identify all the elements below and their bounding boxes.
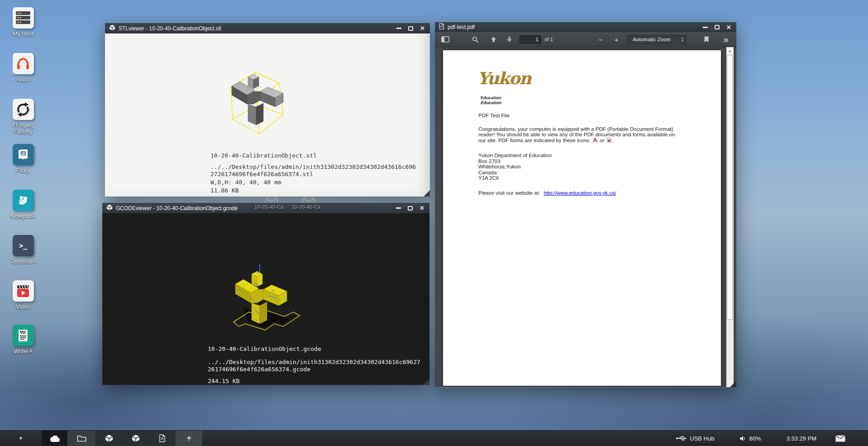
website-link[interactable]: http://www.education.gov.yk.ca/ (544, 190, 616, 196)
stl-viewport[interactable]: 10-20-40-CalibrationObject.stl ../../Des… (105, 34, 430, 197)
gcodeviewer-window: GCODEviewer - 10-20-40-CalibrationObject… (102, 203, 429, 385)
resize-grip[interactable] (730, 381, 736, 387)
more-tools-icon[interactable]: » (720, 34, 732, 45)
book-icon (13, 144, 34, 165)
pdf-form-icon (607, 138, 611, 144)
stlviewer-window: STLviewer - 10-20-40-CalibrationObject.s… (105, 23, 430, 197)
maximize-icon[interactable] (408, 206, 413, 211)
window-title: pdf-test.pdf (448, 24, 700, 30)
desktop-icon-filary[interactable]: Filary (4, 144, 43, 174)
logo-subtitle-en: Education (481, 95, 501, 100)
paragraph-line: our site. PDF forms are indicated by the… (478, 138, 698, 144)
logo-subtitle-fr: Éducation (481, 100, 501, 105)
stlviewer-titlebar[interactable]: STLviewer - 10-20-40-CalibrationObject.s… (105, 23, 430, 34)
maximize-icon[interactable] (715, 25, 720, 29)
taskbar-add-button[interactable]: + (176, 431, 202, 446)
desktop-icon-notepada[interactable]: NotepadA (4, 190, 43, 220)
resize-grip[interactable] (424, 190, 430, 197)
stl-filesize: 11.86 KB (210, 187, 416, 194)
taskbar: ▼ (0, 430, 868, 446)
address-line: Y1A 2C6 (478, 175, 552, 181)
volume-status[interactable]: 60% (739, 435, 761, 442)
gcode-path: ../../Desktop/files/admin/inith31302d323… (208, 359, 420, 366)
headphones-icon (13, 53, 34, 74)
zoom-in-button[interactable]: + (610, 34, 622, 45)
pdf-file-icon (439, 23, 444, 31)
taskbar-pdf-button[interactable] (149, 431, 176, 446)
desktop-icon-terminala[interactable]: >_ TerminalA (4, 235, 43, 265)
scroll-up-icon[interactable]: ▲ (726, 47, 734, 54)
desktop-icon-label: WriterA (4, 348, 43, 355)
website-label: Please visit our website at: (478, 190, 540, 196)
minimize-icon[interactable] (703, 27, 708, 28)
stl-file-info: 10-20-40-CalibrationObject.stl ../../Des… (210, 152, 416, 194)
resize-grip[interactable] (423, 379, 429, 385)
clapperboard-play-icon (13, 280, 34, 302)
close-icon[interactable]: ✕ (420, 205, 424, 211)
minimize-icon[interactable] (396, 28, 401, 29)
desktop-file-label: 10-20-40-Ca (251, 204, 286, 210)
desktop-icon-label: My Host (4, 31, 43, 37)
desktop-icon-writera[interactable]: WriterA (4, 325, 43, 355)
desktop-icon-audio[interactable]: Audio (4, 53, 43, 83)
previous-page-button[interactable] (487, 34, 499, 45)
search-button[interactable] (469, 34, 481, 45)
clock: 3:33:29 PM (787, 435, 817, 442)
document-paragraph: Congratulations, your computer is equipp… (478, 126, 698, 144)
gcode-filename: 10-20-40-CalibrationObject.gcode (208, 345, 420, 353)
folder-icon (77, 435, 86, 442)
gcode-viewport[interactable]: 10-20-40-CalibrationObject.gcode ../../D… (102, 213, 429, 385)
usb-label: USB Hub (690, 435, 714, 442)
gcode-path: 26174696f6e4f626a656374.gcode (208, 366, 420, 373)
zoom-select[interactable]: Automatic Zoom ▲▼ (627, 35, 687, 44)
sidebar-toggle-button[interactable] (439, 34, 451, 45)
next-page-button[interactable] (503, 34, 515, 45)
speaker-icon (739, 436, 746, 441)
desktop-screen: My Host Audio FFmpeg Factory (0, 0, 868, 446)
stl-path: ../../Desktop/files/admin/inith31302d323… (210, 163, 416, 171)
close-icon[interactable]: ✕ (726, 24, 731, 30)
stl-dimensions: W,D,H: 40, 40, 40 mm (210, 179, 416, 186)
gcode-file-info: 10-20-40-CalibrationObject.gcode ../../D… (208, 345, 420, 385)
toolbar-divider (608, 36, 609, 43)
terminal-icon: >_ (13, 235, 34, 256)
toolbar-divider (501, 36, 501, 43)
cloud-icon (48, 434, 61, 442)
gcode-filesize: 244.15 KB (208, 378, 420, 385)
maximize-icon[interactable] (408, 26, 413, 31)
paragraph-line: reader! You should be able to view any o… (478, 132, 698, 137)
gcode-model (230, 264, 316, 339)
desktop-icon-label: Filary (4, 168, 43, 174)
desktop-icon-label: NotepadA (4, 213, 43, 220)
desktop-icon-video[interactable]: Video (4, 280, 43, 310)
pdf-titlebar[interactable]: pdf-test.pdf ✕ (435, 22, 736, 32)
pdf-page: Yukon Education Éducation PDF Test File … (443, 50, 721, 386)
scrollbar-thumb[interactable] (727, 55, 733, 320)
usb-status: USB Hub (676, 435, 714, 442)
bookmark-button[interactable] (701, 34, 712, 45)
zoom-out-button[interactable]: − (595, 34, 606, 45)
address-line: Whitehorse,Yukon (478, 164, 552, 170)
taskbar-files-button[interactable] (67, 431, 95, 446)
taskbar-collapse-chevron-icon[interactable]: ▼ (0, 431, 42, 446)
select-spinner-icon: ▲▼ (678, 35, 686, 44)
taskbar-cloud-button[interactable] (42, 431, 67, 446)
address-line: Yukon Department of Education (478, 153, 552, 158)
mail-button[interactable] (835, 435, 845, 442)
stl-model (226, 71, 290, 139)
scrollbar[interactable]: ▲ (726, 47, 734, 387)
taskbar-gcodeviewer-button[interactable] (122, 431, 149, 446)
desktop-file-label: 10-20-40-Ca (288, 204, 324, 210)
minimize-icon[interactable] (396, 207, 401, 209)
taskbar-stlviewer-button[interactable] (95, 431, 122, 446)
circular-arrows-icon (13, 99, 34, 120)
cube-icon (109, 24, 115, 33)
pdf-viewer-area[interactable]: Yukon Education Éducation PDF Test File … (435, 47, 736, 387)
cube-icon (105, 434, 113, 442)
cube-icon (132, 434, 140, 442)
desktop-icon-ffmpeg-factory[interactable]: FFmpeg Factory (4, 99, 43, 135)
desktop-icon-my-host[interactable]: My Host (4, 7, 43, 37)
server-icon (13, 7, 34, 29)
page-number-input[interactable] (520, 35, 541, 44)
close-icon[interactable]: ✕ (420, 25, 425, 31)
